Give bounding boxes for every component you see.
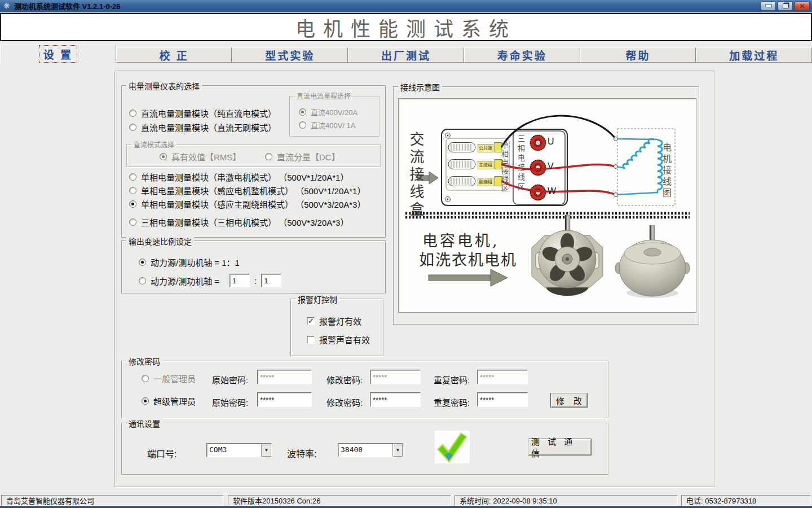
original-password-input-row2[interactable] <box>257 392 312 407</box>
modify-password-input-row2[interactable] <box>370 392 421 407</box>
radio-single-phase-main-aux[interactable]: 单相电量测量模块（感应主副绕组模式） （500V*3/20A*3） <box>129 198 365 210</box>
original-password-label: 原始密码: <box>212 374 248 386</box>
status-phone: 电话: 0532-87973318 <box>681 495 811 506</box>
radio-dc-pure-mode[interactable]: 直流电量测量模块（纯直流电模式） <box>129 107 276 119</box>
ratio-separator: : <box>254 276 257 286</box>
repeat-password-input-row2[interactable] <box>477 392 528 407</box>
main-winding-coil <box>657 140 662 190</box>
radio-icon <box>129 187 136 194</box>
minimize-button[interactable] <box>761 1 776 11</box>
chevron-down-icon[interactable]: ▼ <box>392 444 403 457</box>
original-password-input-row1[interactable] <box>257 370 312 384</box>
wiring-panel: 接线示意图 <box>393 86 699 325</box>
radio-icon <box>139 277 146 284</box>
status-version: 软件版本20150326 Con:26 <box>228 495 451 506</box>
motor-photo-round <box>615 225 690 298</box>
page-title: 电机性能测试系统 <box>295 13 517 42</box>
meter-selection-group: 电量测量仪表的选择 直流电量测量模块（纯直流电模式） 直流电量测量模块（直流无刷… <box>121 85 386 238</box>
motor-photo-washing-machine <box>532 215 603 296</box>
header-band: 电机性能测试系统 <box>0 13 812 41</box>
ratio-numerator-input[interactable] <box>230 274 250 287</box>
radio-icon <box>265 153 272 160</box>
radio-icon <box>129 200 136 208</box>
password-group: 修改密码 一般管理员 原始密码: 修改密码: 重复密码: 超级管理员 原始密码:… <box>121 361 608 418</box>
status-bar: 青岛艾普智能仪器有限公司 软件版本20150326 Con:26 系统时间: 2… <box>0 494 812 506</box>
modify-password-label: 修改密码: <box>326 374 363 386</box>
radio-ratio-1-1[interactable]: 动力源/测功机轴 = 1：1 <box>139 256 240 268</box>
motor-winding-box <box>616 129 675 205</box>
radio-true-rms[interactable]: 真有效值【RMS】 <box>160 151 241 163</box>
ratio-group: 输出变速比例设定 动力源/测功机轴 = 1：1 动力源/测功机轴 = : <box>121 240 386 294</box>
alarm-group: 报警灯控制 报警灯有效 报警声音有效 <box>290 299 383 356</box>
radio-dc-400v-1a[interactable]: 直流400V/ 1A <box>299 120 356 130</box>
port-select[interactable]: COM3 ▼ <box>206 443 272 457</box>
radio-icon <box>129 110 136 117</box>
radio-icon <box>142 397 149 405</box>
comm-status-check-icon <box>435 431 470 463</box>
radio-dc-component[interactable]: 直流分量【DC】 <box>265 151 340 163</box>
radio-role-super-admin[interactable]: 超级管理员 <box>142 395 196 407</box>
app-icon: ❋ <box>2 2 11 11</box>
tab-calibration[interactable]: 校 正 <box>116 47 232 63</box>
modify-button[interactable]: 修 改 <box>550 393 588 408</box>
caption-arrow-icon <box>429 269 508 286</box>
wiring-diagram-svg <box>399 99 696 312</box>
tab-loading-process[interactable]: 加载过程 <box>696 47 812 63</box>
restore-icon <box>783 3 788 9</box>
settings-page: 电量测量仪表的选择 直流电量测量模块（纯直流电模式） 直流电量测量模块（直流无刷… <box>0 63 812 494</box>
comm-group: 通讯设置 端口号: COM3 ▼ 波特率: 38400 ▼ 测 试 通 信 <box>121 423 608 475</box>
close-icon: ✕ <box>799 3 805 10</box>
arrow-right-icon <box>417 172 438 184</box>
wiring-illustration: 交流接线盒 公共端 主绕组 副绕组 单相电接线区 三相电接线区 U V W 电机… <box>398 98 696 313</box>
tab-life-test[interactable]: 寿命实验 <box>464 47 580 63</box>
checkbox-icon <box>307 317 315 325</box>
checkbox-icon <box>307 336 315 344</box>
baud-label: 波特率: <box>287 446 316 460</box>
tab-settings[interactable]: 设 置 <box>0 45 116 63</box>
radio-dc-400v-20a[interactable]: 直流400V/20A <box>299 107 358 117</box>
repeat-password-input-row1[interactable] <box>477 370 528 384</box>
radio-icon <box>142 375 149 382</box>
minimize-icon <box>765 5 772 7</box>
titlebar: ❋ 测功机系统测试软件 V1.2.1-0-26 ✕ <box>0 0 812 12</box>
radio-icon <box>129 124 136 131</box>
status-system-time: 系统时间: 2022-09-08 9:35:10 <box>454 495 678 506</box>
radio-icon <box>299 121 306 129</box>
test-comm-button[interactable]: 测 试 通 信 <box>528 439 592 456</box>
dc-current-range-group: 直流电流量程选择 直流400V/20A 直流400V/ 1A <box>289 96 379 137</box>
radio-icon <box>139 259 146 266</box>
modify-password-input-row1[interactable] <box>370 370 421 384</box>
radio-icon <box>129 173 136 181</box>
tab-type-test[interactable]: 型式实验 <box>232 47 348 63</box>
radio-ratio-custom[interactable]: 动力源/测功机轴 = : <box>139 274 281 287</box>
aux-winding-coil <box>623 139 654 169</box>
window-title: 测功机系统测试软件 V1.2.1-0-26 <box>14 1 759 11</box>
tab-bar: 设 置 校 正 型式实验 出厂测试 寿命实验 帮助 加载过程 <box>0 45 812 63</box>
restore-button[interactable] <box>778 1 793 11</box>
radio-dc-brushless-mode[interactable]: 直流电量测量模块（直流无刷模式） <box>129 121 276 133</box>
radio-three-phase[interactable]: 三相电量测量模块（三相电机模式） （500V*3/20A*3） <box>129 216 348 228</box>
repeat-password-label: 重复密码: <box>434 374 470 386</box>
radio-single-phase-series[interactable]: 单相电量测量模块（串激电机模式） （500V*1/20A*1） <box>129 171 348 183</box>
repeat-password-label-2: 重复密码: <box>434 396 470 408</box>
checkbox-alarm-sound[interactable]: 报警声音有效 <box>307 334 370 345</box>
radio-icon <box>129 218 136 226</box>
status-company: 青岛艾普智能仪器有限公司 <box>1 495 223 506</box>
port-label: 端口号: <box>147 446 176 460</box>
radio-role-normal-admin[interactable]: 一般管理员 <box>142 373 196 384</box>
modify-password-label-2: 修改密码: <box>326 396 363 408</box>
junction-box <box>442 129 567 205</box>
checkbox-alarm-light[interactable]: 报警灯有效 <box>307 315 361 327</box>
original-password-label-2: 原始密码: <box>212 396 248 408</box>
radio-single-phase-induction-whole[interactable]: 单相电量测量模块（感应电机整机模式） （500V*1/20A*1） <box>129 185 365 196</box>
tab-factory-test[interactable]: 出厂测试 <box>348 47 464 63</box>
tab-help[interactable]: 帮助 <box>580 47 696 63</box>
radio-icon <box>299 108 306 116</box>
close-button[interactable]: ✕ <box>795 1 810 11</box>
ratio-denominator-input[interactable] <box>261 274 281 287</box>
dotted-separator <box>405 213 690 217</box>
baud-select[interactable]: 38400 ▼ <box>338 443 403 457</box>
radio-icon <box>160 153 167 160</box>
dc-mode-group: 直流模式选择 真有效值【RMS】 直流分量【DC】 <box>126 144 381 167</box>
chevron-down-icon[interactable]: ▼ <box>261 444 271 457</box>
